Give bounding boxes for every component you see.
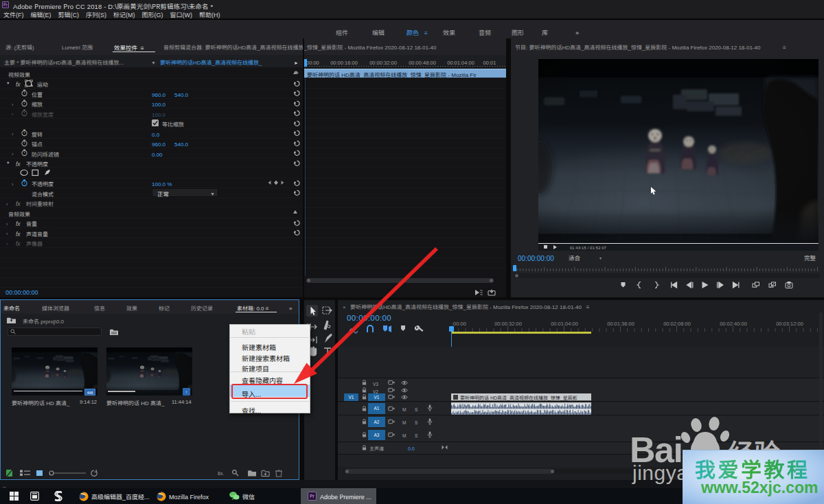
svg-text:8x.: 8x. bbox=[218, 471, 224, 476]
